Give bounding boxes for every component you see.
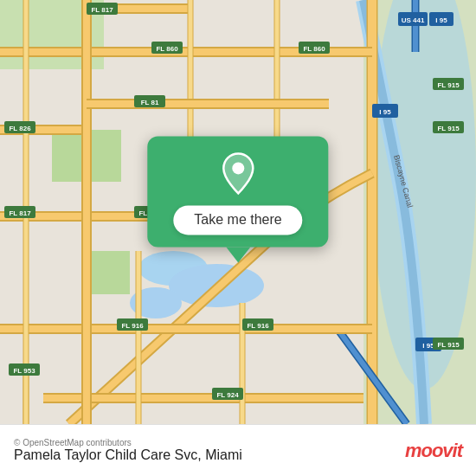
svg-text:FL 81: FL 81 [141, 99, 159, 106]
svg-text:FL 915: FL 915 [437, 81, 460, 89]
take-me-there-button[interactable]: Take me there [173, 205, 302, 235]
moovit-logo-text: moovit [405, 440, 462, 462]
place-name: Pamela Taylor Child Care Svc, Miami [14, 447, 242, 463]
location-icon-wrapper [219, 151, 257, 198]
svg-text:FL 924: FL 924 [216, 391, 239, 399]
svg-text:FL 916: FL 916 [247, 322, 269, 330]
popup-box: Take me there [147, 136, 328, 247]
svg-text:FL 915: FL 915 [437, 341, 460, 349]
svg-text:FL 817: FL 817 [9, 209, 31, 217]
svg-text:US 441: US 441 [402, 16, 425, 24]
location-pin-icon [219, 151, 257, 195]
popup-triangle [226, 247, 250, 262]
svg-text:FL 860: FL 860 [156, 45, 178, 53]
popup-overlay: Take me there [147, 136, 328, 262]
svg-text:FL 817: FL 817 [91, 6, 113, 14]
svg-rect-3 [87, 251, 130, 294]
bottom-bar: © OpenStreetMap contributors Pamela Tayl… [0, 424, 476, 476]
svg-point-82 [232, 162, 244, 174]
map-container: US 441 I 95 I 95 I 95 FL 860 FL 860 FL 8… [0, 0, 476, 424]
moovit-logo: moovit [405, 440, 462, 462]
svg-text:FL 826: FL 826 [9, 125, 31, 132]
svg-text:FL 953: FL 953 [13, 367, 35, 375]
bottom-left: © OpenStreetMap contributors Pamela Tayl… [14, 438, 242, 463]
svg-text:FL 860: FL 860 [303, 45, 325, 53]
svg-text:I 95: I 95 [379, 108, 391, 116]
osm-attribution: © OpenStreetMap contributors [14, 438, 242, 447]
svg-text:FL 916: FL 916 [121, 322, 144, 330]
svg-text:I 95: I 95 [435, 16, 447, 24]
svg-text:FL 915: FL 915 [437, 125, 460, 132]
